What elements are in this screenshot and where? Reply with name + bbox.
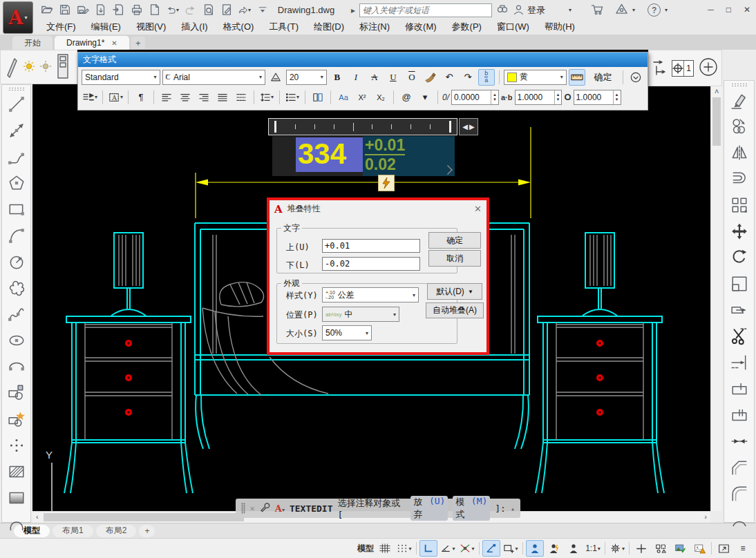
italic-button[interactable]: I [348, 69, 364, 86]
chamfer-tool-button[interactable] [724, 454, 754, 481]
move-tool-button[interactable] [724, 218, 754, 244]
mtext-ruler[interactable] [268, 118, 457, 135]
mtext-value[interactable]: 334 [298, 138, 346, 170]
store-cart-icon[interactable] [591, 3, 604, 17]
help-icon[interactable]: ? [648, 3, 661, 17]
overline-button[interactable]: O [404, 69, 420, 86]
autostack-lightning-button[interactable] [378, 175, 395, 191]
maximize-button[interactable]: □ [726, 5, 731, 15]
scroll-up-icon[interactable]: ˄ [715, 88, 719, 95]
horizontal-scroll-thumb[interactable] [44, 513, 244, 521]
tab-start[interactable]: 开始 [12, 36, 53, 50]
menu-insert[interactable]: 插入(I) [173, 19, 215, 35]
strikethrough-button[interactable]: A [366, 69, 383, 86]
construction-line-tool-button[interactable] [2, 117, 30, 144]
sun-icon[interactable] [23, 60, 35, 75]
ellipse-arc-tool-button[interactable] [2, 354, 30, 380]
plot-preview-button[interactable] [202, 3, 215, 17]
rectangle-tool-button[interactable] [2, 196, 30, 222]
redo-button[interactable] [184, 3, 197, 17]
polygon-tool-button[interactable] [2, 170, 30, 196]
new-drawing-button[interactable] [148, 3, 161, 17]
oblique-angle-input[interactable] [452, 93, 491, 102]
annotative-button[interactable] [267, 69, 284, 86]
ruler-left-handle[interactable] [274, 121, 276, 133]
save-button[interactable] [58, 3, 71, 17]
share-button[interactable]: ▾ [238, 3, 251, 17]
vertical-scroll-thumb[interactable] [712, 97, 721, 146]
expand-search-icon[interactable]: ▸ [351, 6, 355, 15]
spline-tool-button[interactable] [2, 301, 30, 327]
circle-tool-button[interactable] [2, 249, 30, 275]
grid-toggle-button[interactable] [376, 540, 394, 557]
symbol-button[interactable]: @ [398, 89, 415, 106]
point-style-icon[interactable]: 1 [672, 60, 694, 77]
spinner-arrows-icon[interactable]: ▲▼ [491, 90, 498, 104]
palette-icon[interactable] [56, 53, 70, 81]
offset-tool-button[interactable] [724, 166, 754, 192]
print-button[interactable] [130, 3, 143, 17]
oblique-angle-stepper[interactable]: ▲▼ [451, 90, 499, 105]
autostack-button[interactable]: 自动堆叠(A) [426, 302, 484, 318]
import-button[interactable] [112, 3, 125, 17]
object-snap-toggle-button[interactable] [482, 540, 500, 557]
search-input[interactable] [359, 3, 492, 17]
menu-tools[interactable]: 工具(T) [261, 19, 306, 35]
annotation-autoscale-button[interactable] [545, 540, 563, 557]
isolate-objects-button[interactable] [652, 540, 670, 557]
array-tool-button[interactable] [724, 192, 754, 218]
spinner-arrows-icon[interactable]: ▲▼ [613, 90, 621, 104]
change-case-button[interactable]: Aa [335, 89, 352, 106]
save-as-button[interactable] [76, 3, 89, 17]
open-button[interactable] [40, 3, 53, 17]
break-tool-button[interactable] [724, 402, 754, 428]
fullscreen-button[interactable] [715, 540, 733, 557]
match-properties-button[interactable] [422, 69, 439, 86]
blend-tool-button[interactable] [724, 507, 754, 528]
tracking-stepper[interactable]: ▲▼ [515, 90, 563, 105]
erase-tool-button[interactable] [724, 87, 754, 113]
arc-tool-button[interactable] [2, 222, 30, 249]
break-at-point-tool-button[interactable] [724, 376, 754, 402]
clean-screen-warning-button[interactable] [690, 540, 708, 557]
rotate-tool-button[interactable] [724, 244, 754, 271]
wrench-icon[interactable] [260, 502, 270, 514]
snap-toggle-button[interactable]: ▾ [395, 540, 413, 557]
new-tab-button[interactable]: + [131, 37, 145, 49]
tab-drawing1[interactable]: Drawing1*✕ [55, 36, 129, 50]
stack-button[interactable]: ba [478, 69, 495, 86]
defaults-button[interactable]: 默认(D)▼ [427, 283, 482, 300]
width-factor-stepper[interactable]: ▲▼ [574, 90, 621, 105]
insert-block-tool-button[interactable] [2, 380, 30, 406]
width-factor-input[interactable] [574, 93, 613, 102]
menu-parametric[interactable]: 参数(P) [444, 19, 489, 35]
dialog-titlebar[interactable]: A 堆叠特性 ✕ [270, 200, 486, 218]
model-space-button[interactable]: 模型 [357, 540, 375, 557]
hardware-acceleration-button[interactable] [671, 540, 689, 557]
command-line[interactable]: ✕ A▾ TEXTEDIT 选择注释对象或 [ 放弃(U) 模式(M) ]: ▴ [236, 499, 520, 518]
annotation-scale-button[interactable] [565, 540, 583, 557]
stacked-tolerance[interactable]: +0.010.02 [363, 136, 455, 176]
ok-button[interactable]: 确定 [587, 69, 618, 86]
align-right-button[interactable] [196, 89, 212, 106]
create-block-tool-button[interactable] [2, 406, 30, 432]
subscript-button[interactable]: X₂ [372, 89, 389, 106]
scroll-right-icon[interactable]: › [704, 513, 707, 521]
stretch-tool-button[interactable] [724, 297, 754, 323]
toolbar-grip[interactable] [731, 83, 748, 86]
extend-tool-button[interactable] [724, 349, 754, 376]
copy-tool-button[interactable] [724, 113, 754, 140]
close-button[interactable]: ✕ [744, 5, 750, 15]
login-label[interactable]: 登录 [527, 4, 545, 17]
align-left-button[interactable] [158, 89, 175, 106]
dimension-continue-icon[interactable] [652, 58, 668, 78]
superscript-button[interactable]: X² [354, 89, 370, 106]
numbering-button[interactable]: ▾ [284, 89, 301, 106]
status-menu-button[interactable]: ≡ [734, 540, 752, 557]
draw-order-icon[interactable] [3, 55, 19, 80]
lower-input[interactable] [322, 257, 420, 271]
cancel-button[interactable]: 取消 [428, 250, 481, 267]
arrow-right-icon[interactable]: ▶ [469, 123, 475, 131]
command-expand-icon[interactable]: ▴ [511, 505, 515, 512]
undo-option[interactable]: 放弃(U) [410, 496, 448, 521]
